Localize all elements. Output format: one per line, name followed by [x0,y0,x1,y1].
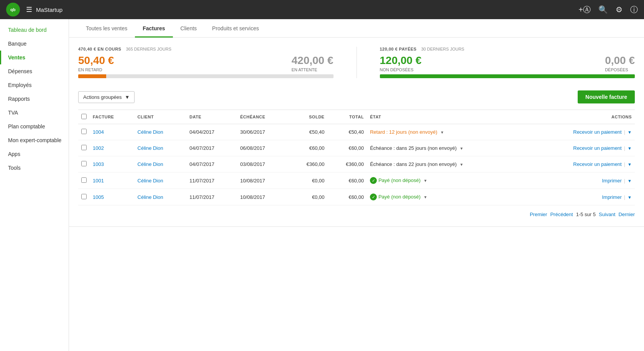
row-checkbox[interactable] [81,161,87,166]
action-dropdown-arrow[interactable]: ▼ [628,146,632,151]
sidebar-item-banque[interactable]: Banque [0,37,69,51]
status-badge[interactable]: ✓Payé (non déposé) ▼ [370,177,427,183]
summary-left: 470,40 € EN COURS 365 DERNIERS JOURS 50,… [78,47,357,78]
client-link[interactable]: Céline Dion [138,194,163,200]
action-dropdown-arrow[interactable]: ▼ [628,195,632,200]
action-imprimer[interactable]: Imprimer [602,194,621,200]
sidebar-item-plan-comptable[interactable]: Plan comptable [0,120,69,133]
row-total: €60,00 [327,140,367,156]
row-facture[interactable]: 1001 [90,172,135,189]
row-etat[interactable]: ✓Payé (non déposé) ▼ [367,172,529,189]
facture-link[interactable]: 1005 [93,194,104,200]
row-actions[interactable]: Imprimer|▼ [529,189,635,205]
row-etat[interactable]: Échéance : dans 25 jours (non envoyé) ▼ [367,140,529,156]
facture-link[interactable]: 1003 [93,161,104,167]
action-imprimer[interactable]: Imprimer [602,178,621,184]
action-recevoir-paiement[interactable]: Recevoir un paiement [573,129,621,135]
row-etat[interactable]: ✓Payé (non déposé) ▼ [367,189,529,205]
sidebar-item-tableau-de-bord[interactable]: Tableau de bord [0,23,69,37]
sidebar-item-ventes[interactable]: Ventes [0,51,69,64]
row-checkbox[interactable] [81,145,87,150]
row-facture[interactable]: 1004 [90,124,135,140]
row-etat[interactable]: Échéance : dans 22 jours (non envoyé) ▼ [367,156,529,172]
row-client[interactable]: Céline Dion [135,124,187,140]
summary-right-period: 30 DERNIERS JOURS [421,47,464,51]
tab-toutes-les-ventes[interactable]: Toutes les ventes [78,19,135,38]
row-facture[interactable]: 1005 [90,189,135,205]
invoices-table-container: FACTURE CLIENT DATE ÉCHÉANCE SOLDE TOTAL… [69,110,644,205]
pagination-last[interactable]: Dernier [618,212,635,217]
tab-factures[interactable]: Factures [135,19,172,38]
overdue-block: 50,40 € EN RETARD [78,54,114,72]
action-dropdown-arrow[interactable]: ▼ [628,179,632,183]
help-icon[interactable]: ⓘ [630,5,638,15]
row-facture[interactable]: 1003 [90,156,135,172]
row-checkbox-cell[interactable] [78,124,90,140]
non-deposited-value: 120,00 € [380,54,422,67]
action-dropdown-arrow[interactable]: ▼ [628,130,632,134]
sidebar-item-apps[interactable]: Apps [0,147,69,161]
nouvelle-facture-button[interactable]: Nouvelle facture [578,90,635,103]
add-icon[interactable]: +Ⓐ [578,5,591,15]
pagination: Premier Précédent 1-5 sur 5 Suivant Dern… [69,205,644,223]
search-icon[interactable]: 🔍 [598,5,608,14]
status-badge[interactable]: Échéance : dans 22 jours (non envoyé) ▼ [370,161,463,167]
row-total: €60,00 [327,189,367,205]
facture-link[interactable]: 1002 [93,145,104,151]
row-checkbox-cell[interactable] [78,156,90,172]
action-dropdown-arrow[interactable]: ▼ [628,162,632,167]
select-all-checkbox[interactable] [81,114,87,119]
row-client[interactable]: Céline Dion [135,172,187,189]
row-total: €50,40 [327,124,367,140]
row-checkbox-cell[interactable] [78,172,90,189]
settings-icon[interactable]: ⚙ [616,5,623,14]
client-link[interactable]: Céline Dion [138,145,163,151]
overdue-value: 50,40 € [78,54,114,67]
row-solde: €0,00 [288,172,328,189]
actions-groupees-button[interactable]: Actions groupées ▼ [78,91,135,103]
status-badge[interactable]: ✓Payé (non déposé) ▼ [370,194,427,200]
row-solde: €0,00 [288,189,328,205]
action-recevoir-paiement[interactable]: Recevoir un paiement [573,145,621,151]
action-recevoir-paiement[interactable]: Recevoir un paiement [573,161,621,167]
status-badge[interactable]: Retard : 12 jours (non envoyé) ▼ [370,129,444,135]
row-checkbox-cell[interactable] [78,189,90,205]
sidebar-item-employes[interactable]: Employés [0,78,69,92]
row-actions[interactable]: Recevoir un paiement|▼ [529,124,635,140]
status-badge[interactable]: Échéance : dans 25 jours (non envoyé) ▼ [370,145,463,151]
sidebar-item-tools[interactable]: Tools [0,161,69,175]
select-all-header[interactable] [78,110,90,124]
row-facture[interactable]: 1002 [90,140,135,156]
row-checkbox[interactable] [81,129,87,134]
pagination-first[interactable]: Premier [530,212,547,217]
sidebar-item-mon-expert-comptable[interactable]: Mon expert-comptable [0,133,69,147]
pagination-next[interactable]: Suivant [599,212,615,217]
client-link[interactable]: Céline Dion [138,129,163,135]
row-actions[interactable]: Recevoir un paiement|▼ [529,156,635,172]
col-solde: SOLDE [288,110,328,124]
sidebar-item-tva[interactable]: TVA [0,106,69,120]
facture-link[interactable]: 1001 [93,178,104,184]
row-client[interactable]: Céline Dion [135,140,187,156]
action-bar: Actions groupées ▼ Nouvelle facture [69,84,644,110]
summary-right-progress [380,74,635,78]
pagination-prev[interactable]: Précédent [550,212,573,217]
row-etat[interactable]: Retard : 12 jours (non envoyé) ▼ [367,124,529,140]
facture-link[interactable]: 1004 [93,129,104,135]
client-link[interactable]: Céline Dion [138,161,163,167]
row-checkbox-cell[interactable] [78,140,90,156]
sidebar-item-rapports[interactable]: Rapports [0,92,69,106]
sidebar-item-depenses[interactable]: Dépenses [0,64,69,78]
tab-clients[interactable]: Clients [173,19,205,38]
tab-produits-et-services[interactable]: Produits et services [204,19,266,38]
client-link[interactable]: Céline Dion [138,178,163,184]
row-actions[interactable]: Imprimer|▼ [529,172,635,189]
row-checkbox[interactable] [81,177,87,183]
row-client[interactable]: Céline Dion [135,156,187,172]
col-facture: FACTURE [90,110,135,124]
row-client[interactable]: Céline Dion [135,189,187,205]
row-total: €60,00 [327,172,367,189]
hamburger-menu[interactable]: ☰ [26,5,32,14]
row-checkbox[interactable] [81,194,87,199]
row-actions[interactable]: Recevoir un paiement|▼ [529,140,635,156]
